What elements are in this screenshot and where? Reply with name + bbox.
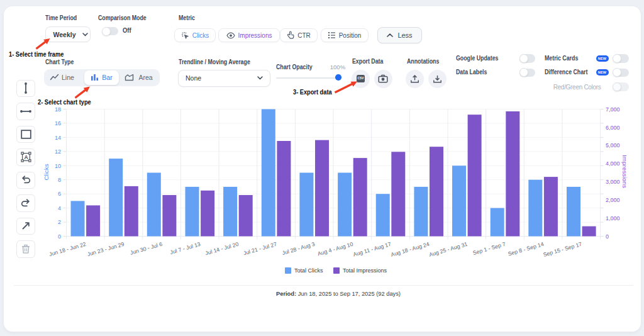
svg-text:A: A (24, 154, 28, 160)
